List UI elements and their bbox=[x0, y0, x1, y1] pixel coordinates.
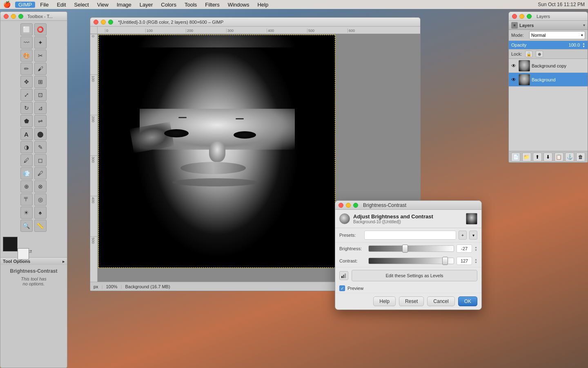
tool-dodge[interactable]: ☀ bbox=[20, 206, 33, 219]
layers-anchor-btn[interactable]: ⚓ bbox=[565, 153, 574, 162]
layer-item-background[interactable]: 👁 Background bbox=[509, 73, 588, 87]
bc-brightness-down-icon[interactable]: ▼ bbox=[474, 249, 477, 251]
tool-paintbrush2[interactable]: 🖊 bbox=[20, 154, 33, 166]
canvas-zoom-btn[interactable] bbox=[108, 20, 113, 25]
tool-clone[interactable]: ⊗ bbox=[34, 180, 47, 193]
bc-brightness-slider[interactable] bbox=[368, 245, 454, 252]
tool-move[interactable]: ✥ bbox=[20, 76, 33, 88]
tool-rotate[interactable]: ↻ bbox=[20, 102, 33, 114]
tool-color-picker[interactable]: 🔍 bbox=[20, 220, 33, 232]
tool-airbrush[interactable]: 💨 bbox=[20, 167, 33, 180]
lock-pixels-btn[interactable]: 🔒 bbox=[525, 51, 532, 57]
layers-mode-select[interactable]: Normal ▾ bbox=[529, 31, 585, 39]
bc-presets-add-btn[interactable]: + bbox=[459, 231, 467, 240]
layers-minimize-btn[interactable] bbox=[519, 14, 524, 19]
layers-zoom-btn[interactable] bbox=[527, 14, 532, 19]
bc-contrast-down-icon[interactable]: ▼ bbox=[474, 261, 477, 264]
tool-ink[interactable]: 🖋 bbox=[34, 167, 47, 180]
bc-close-btn[interactable] bbox=[339, 203, 343, 208]
layer-eye-background-copy[interactable]: 👁 bbox=[510, 63, 517, 69]
tool-fuzzy-select[interactable]: ✦ bbox=[34, 36, 47, 49]
tool-paths[interactable]: ✏ bbox=[20, 63, 33, 75]
tool-rect-select[interactable]: ⬜ bbox=[20, 23, 33, 36]
menubar-edit[interactable]: Edit bbox=[53, 2, 69, 8]
tool-perspective[interactable]: ⬟ bbox=[20, 115, 33, 127]
layer-eye-background[interactable]: 👁 bbox=[510, 76, 517, 83]
toolbox-minimize-btn[interactable] bbox=[11, 14, 16, 19]
menubar-windows[interactable]: Windows bbox=[225, 2, 253, 8]
apple-menu-icon[interactable]: 🍎 bbox=[3, 1, 11, 8]
tool-paintbrush[interactable]: 🖌 bbox=[34, 63, 47, 75]
bc-contrast-value[interactable]: 127 bbox=[457, 257, 472, 265]
toolbox-zoom-btn[interactable] bbox=[18, 14, 23, 19]
layers-close-btn[interactable] bbox=[512, 14, 517, 19]
foreground-color-swatch[interactable] bbox=[3, 237, 18, 251]
layers-opacity-slider[interactable] bbox=[533, 43, 567, 47]
tool-free-select[interactable]: 〰 bbox=[20, 36, 33, 49]
bc-presets-input[interactable] bbox=[364, 231, 456, 240]
tool-heal[interactable]: ⊕ bbox=[20, 180, 33, 193]
bc-contrast-arrows[interactable]: ▲ ▼ bbox=[474, 258, 477, 264]
tool-pencil[interactable]: ✎ bbox=[34, 141, 47, 153]
bc-help-button[interactable]: Help bbox=[373, 296, 396, 306]
bc-brightness-value[interactable]: -27 bbox=[457, 245, 472, 253]
tool-shear[interactable]: ⊿ bbox=[34, 102, 47, 114]
tool-foreground-select[interactable]: ♠ bbox=[34, 206, 47, 219]
background-color-swatch[interactable] bbox=[18, 248, 29, 260]
bc-preview-checkbox[interactable]: ✓ bbox=[339, 285, 345, 291]
bc-ok-button[interactable]: OK bbox=[458, 296, 477, 306]
layers-duplicate-btn[interactable]: 📋 bbox=[555, 153, 564, 162]
tool-ellipse-select[interactable]: ⭕ bbox=[34, 23, 47, 36]
tool-options-collapse-btn[interactable]: ▸ bbox=[62, 259, 65, 264]
layers-raise-btn[interactable]: ⬆ bbox=[533, 153, 542, 162]
layer-item-background-copy[interactable]: 👁 Background copy bbox=[509, 59, 588, 73]
tool-eraser[interactable]: ◻ bbox=[34, 154, 47, 166]
menubar-file[interactable]: File bbox=[37, 2, 52, 8]
menubar-tools[interactable]: Tools bbox=[181, 2, 200, 8]
canvas-minimize-btn[interactable] bbox=[101, 20, 106, 25]
tool-smudge[interactable]: 〒 bbox=[20, 193, 33, 206]
tool-measure[interactable]: 📏 bbox=[34, 220, 47, 232]
tool-text[interactable]: A bbox=[20, 128, 33, 140]
tool-blend[interactable]: ◑ bbox=[20, 141, 33, 153]
bc-contrast-slider[interactable] bbox=[368, 258, 454, 264]
tool-flip[interactable]: ⇌ bbox=[34, 115, 47, 127]
menubar-layer[interactable]: Layer bbox=[136, 2, 156, 8]
bc-contrast-up-icon[interactable]: ▲ bbox=[474, 258, 477, 261]
bc-presets-menu-btn[interactable]: ▾ bbox=[469, 231, 477, 240]
menubar-image[interactable]: Image bbox=[114, 2, 135, 8]
tool-blur[interactable]: ◎ bbox=[34, 193, 47, 206]
menubar-select[interactable]: Select bbox=[71, 2, 92, 8]
canvas-image[interactable] bbox=[98, 35, 335, 268]
bc-brightness-arrows[interactable]: ▲ ▼ bbox=[474, 246, 477, 251]
tool-scissors[interactable]: ✂ bbox=[34, 49, 47, 62]
menubar-filters[interactable]: Filters bbox=[202, 2, 223, 8]
bc-brightness-thumb[interactable] bbox=[402, 245, 408, 253]
bc-brightness-up-icon[interactable]: ▲ bbox=[474, 246, 477, 249]
tool-align[interactable]: ⊞ bbox=[34, 76, 47, 88]
tool-crop[interactable]: ⊡ bbox=[34, 89, 47, 101]
bc-levels-btn[interactable]: Edit these Settings as Levels bbox=[352, 270, 477, 281]
menubar-help[interactable]: Help bbox=[254, 2, 272, 8]
bc-cancel-button[interactable]: Cancel bbox=[427, 296, 454, 306]
tool-select-by-color[interactable]: 🎨 bbox=[20, 49, 33, 62]
layers-delete-btn[interactable]: 🗑 bbox=[576, 153, 585, 162]
toolbox-close-btn[interactable] bbox=[4, 14, 9, 19]
lock-position-btn[interactable]: ⊕ bbox=[536, 51, 543, 57]
layers-new-from-selection-btn[interactable]: 📁 bbox=[522, 153, 531, 162]
svg-rect-1 bbox=[343, 275, 344, 278]
bc-zoom-btn[interactable] bbox=[353, 203, 358, 208]
layers-panel-arrow-icon[interactable]: ▾ bbox=[583, 23, 585, 27]
bc-contrast-thumb[interactable] bbox=[442, 257, 448, 265]
layers-opacity-arrows[interactable]: ▲ ▼ bbox=[582, 42, 585, 48]
menubar-gimp[interactable]: GIMP bbox=[15, 2, 35, 8]
bc-minimize-btn[interactable] bbox=[346, 203, 351, 208]
tool-scale[interactable]: ⤢ bbox=[20, 89, 33, 101]
tool-bucket-fill[interactable]: ⬤ bbox=[34, 128, 47, 140]
canvas-close-btn[interactable] bbox=[94, 20, 98, 25]
menubar-view[interactable]: View bbox=[94, 2, 112, 8]
layers-lower-btn[interactable]: ⬇ bbox=[543, 153, 552, 162]
layers-new-layer-btn[interactable]: 📄 bbox=[511, 153, 520, 162]
menubar-colors[interactable]: Colors bbox=[158, 2, 180, 8]
bc-reset-button[interactable]: Reset bbox=[399, 296, 424, 306]
